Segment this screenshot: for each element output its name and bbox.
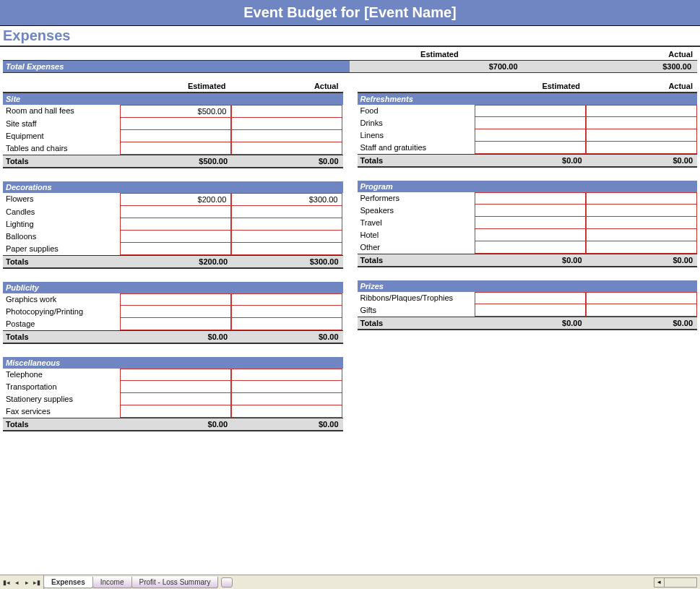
- line-item-label: Room and hall fees: [3, 105, 120, 118]
- actual-cell[interactable]: [231, 381, 342, 393]
- line-item-label: Equipment: [3, 130, 120, 142]
- line-item-row: Telephone: [3, 369, 343, 381]
- line-item-label: Performers: [358, 192, 475, 205]
- actual-cell[interactable]: [231, 142, 342, 155]
- estimated-cell[interactable]: [120, 369, 231, 381]
- sheet-tab[interactable]: Profit - Loss Summary: [131, 577, 219, 588]
- actual-cell[interactable]: $300.00: [231, 193, 342, 206]
- estimated-cell[interactable]: [475, 304, 586, 317]
- estimated-cell[interactable]: [120, 318, 231, 330]
- actual-cell[interactable]: [586, 229, 697, 241]
- line-item-row: Staff and gratuities: [358, 142, 698, 154]
- actual-cell[interactable]: [231, 306, 342, 318]
- estimated-cell[interactable]: [120, 293, 231, 306]
- line-item-row: Gifts: [358, 304, 698, 317]
- line-item-label: Hotel: [358, 229, 475, 241]
- estimated-cell[interactable]: [475, 241, 586, 254]
- actual-cell[interactable]: [231, 118, 342, 130]
- line-item-label: Candles: [3, 206, 120, 218]
- estimated-cell[interactable]: [120, 142, 231, 155]
- actual-cell[interactable]: [231, 231, 342, 243]
- actual-cell[interactable]: [586, 142, 697, 154]
- actual-cell[interactable]: [231, 318, 342, 330]
- horizontal-scrollbar[interactable]: ◂: [654, 577, 697, 588]
- line-item-row: Speakers: [358, 205, 698, 217]
- estimated-cell[interactable]: [120, 306, 231, 318]
- estimated-cell[interactable]: [475, 292, 586, 304]
- actual-cell[interactable]: [231, 243, 342, 255]
- estimated-cell[interactable]: [475, 105, 586, 117]
- estimated-cell[interactable]: [475, 205, 586, 217]
- estimated-cell[interactable]: [475, 192, 586, 205]
- category-block: MiscellaneousTelephoneTransportationStat…: [3, 357, 343, 431]
- actual-cell[interactable]: [586, 105, 697, 117]
- actual-cell[interactable]: [586, 129, 697, 142]
- line-item-row: Hotel: [358, 229, 698, 241]
- estimated-cell[interactable]: [475, 229, 586, 241]
- line-item-row: Drinks: [358, 117, 698, 129]
- category-title: Miscellaneous: [3, 357, 343, 369]
- scroll-left-icon[interactable]: ◂: [654, 578, 665, 587]
- totals-actual: $0.00: [232, 155, 342, 167]
- estimated-cell[interactable]: [120, 393, 231, 405]
- actual-cell[interactable]: [231, 393, 342, 405]
- totals-actual: $0.00: [587, 254, 697, 266]
- estimated-cell[interactable]: [120, 206, 231, 218]
- actual-cell[interactable]: [231, 206, 342, 218]
- line-item-row: Linens: [358, 129, 698, 142]
- category-title: Site: [3, 93, 343, 105]
- actual-cell[interactable]: [586, 304, 697, 317]
- actual-cell[interactable]: [586, 241, 697, 254]
- new-sheet-button[interactable]: [221, 577, 233, 588]
- actual-cell[interactable]: [586, 292, 697, 304]
- estimated-cell[interactable]: [120, 130, 231, 142]
- category-title: Program: [358, 181, 698, 192]
- actual-cell[interactable]: [231, 405, 342, 418]
- line-item-row: Room and hall fees$500.00: [3, 105, 343, 118]
- estimated-cell[interactable]: $500.00: [120, 105, 231, 118]
- actual-cell[interactable]: [586, 205, 697, 217]
- actual-cell[interactable]: [231, 105, 342, 118]
- line-item-label: Ribbons/Plaques/Trophies: [358, 292, 475, 304]
- nav-first-icon[interactable]: ▮◂: [1, 577, 12, 588]
- line-item-row: Paper supplies: [3, 243, 343, 255]
- actual-cell[interactable]: [231, 218, 342, 231]
- category-totals-row: Totals$500.00$0.00: [3, 155, 343, 168]
- line-item-label: Speakers: [358, 205, 475, 217]
- totals-estimated: $0.00: [121, 418, 232, 430]
- tab-nav-buttons: ▮◂ ◂ ▸ ▸▮: [0, 575, 44, 589]
- header-estimated: Estimated: [228, 48, 462, 60]
- estimated-cell[interactable]: [120, 118, 231, 130]
- estimated-cell[interactable]: [475, 217, 586, 229]
- total-expenses-label: Total Expenses: [3, 61, 350, 72]
- actual-cell[interactable]: [231, 293, 342, 306]
- nav-last-icon[interactable]: ▸▮: [32, 577, 42, 588]
- estimated-cell[interactable]: $200.00: [120, 193, 231, 206]
- totals-actual: $0.00: [232, 331, 342, 343]
- estimated-cell[interactable]: [475, 129, 586, 142]
- estimated-cell[interactable]: [120, 231, 231, 243]
- actual-cell[interactable]: [586, 192, 697, 205]
- actual-cell[interactable]: [586, 117, 697, 129]
- actual-cell[interactable]: [231, 369, 342, 381]
- totals-estimated: $500.00: [121, 155, 232, 167]
- estimated-cell[interactable]: [475, 117, 586, 129]
- estimated-cell[interactable]: [120, 218, 231, 231]
- estimated-cell[interactable]: [120, 243, 231, 255]
- line-item-row: Performers: [358, 192, 698, 205]
- category-title: Decorations: [3, 181, 343, 193]
- sheet-tab[interactable]: Income: [92, 577, 132, 588]
- estimated-cell[interactable]: [120, 381, 231, 393]
- actual-cell[interactable]: [231, 130, 342, 142]
- estimated-cell[interactable]: [120, 405, 231, 418]
- estimated-cell[interactable]: [475, 142, 586, 154]
- sheet-tab[interactable]: Expenses: [43, 577, 93, 588]
- col-header-estimated: Estimated: [117, 80, 230, 92]
- line-item-label: Food: [358, 105, 475, 117]
- nav-prev-icon[interactable]: ◂: [12, 577, 22, 588]
- category-block: DecorationsFlowers$200.00$300.00CandlesL…: [3, 181, 343, 269]
- line-item-row: Lighting: [3, 218, 343, 231]
- actual-cell[interactable]: [586, 217, 697, 229]
- total-expenses-row: Total Expenses $700.00 $300.00: [3, 60, 697, 73]
- nav-next-icon[interactable]: ▸: [22, 577, 32, 588]
